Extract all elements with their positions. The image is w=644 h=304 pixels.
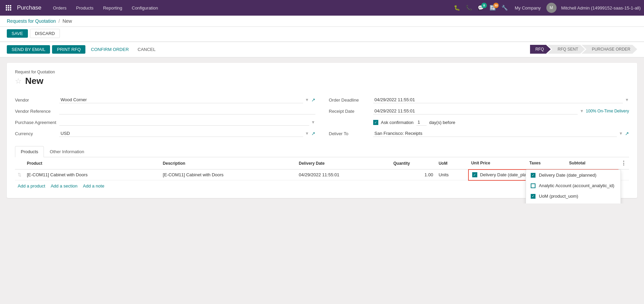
tab-other-information[interactable]: Other Information — [44, 146, 90, 157]
currency-value[interactable]: USD — [59, 130, 303, 137]
company-name: My Company — [515, 5, 541, 11]
row-description[interactable]: [E-COM11] Cabinet with Doors — [160, 169, 296, 180]
refresh-badge: 30 — [493, 3, 499, 8]
confirm-order-button[interactable]: CONFIRM ORDER — [87, 45, 132, 54]
col-quantity-header: Quantity — [391, 157, 436, 169]
status-steps: RFQ RFQ SENT PURCHASE ORDER — [530, 45, 637, 54]
status-rfq[interactable]: RFQ — [530, 45, 551, 54]
col-subtotal-header: Subtotal — [566, 157, 618, 169]
add-section-link[interactable]: Add a section — [51, 183, 78, 189]
row-uom[interactable]: Units — [436, 169, 468, 180]
order-deadline-dropdown-icon[interactable]: ▼ — [625, 97, 629, 102]
currency-link-icon[interactable]: ↗ — [311, 131, 315, 136]
vendor-input[interactable]: Wood Corner — [59, 96, 303, 103]
grid-menu-icon[interactable] — [3, 3, 14, 13]
dropdown-item-delivery-date[interactable]: ✓ Delivery Date (date_planned) — [526, 170, 621, 180]
nav-products[interactable]: Products — [71, 0, 98, 16]
vendor-label: Vendor — [15, 97, 59, 103]
cancel-button[interactable]: CANCEL — [134, 45, 159, 54]
row-delivery-date[interactable]: 04/29/2022 11:55:01 — [296, 169, 391, 180]
fields-right: Order Deadline 04/29/2022 11:55:01 ▼ Rec… — [329, 94, 629, 139]
action-bar: SAVE DISCARD — [0, 27, 644, 42]
ask-confirmation-text: Ask confirmation — [381, 120, 414, 125]
purchase-agreement-input[interactable] — [59, 119, 309, 126]
row-quantity[interactable]: 1.00 — [391, 169, 436, 180]
deliver-to-value[interactable]: San Francisco: Receipts — [373, 130, 617, 137]
status-rfq-sent[interactable]: RFQ SENT — [547, 45, 585, 54]
receipt-date-value[interactable]: 04/29/2022 11:55:01 — [373, 108, 578, 114]
col-menu-header: ⋮ — [618, 157, 629, 169]
row-product[interactable]: [E-COM11] Cabinet with Doors — [24, 169, 160, 180]
chat-badge: 8 — [481, 3, 487, 8]
order-deadline-value[interactable]: 04/29/2022 11:55:01 — [373, 96, 623, 103]
print-rfq-button[interactable]: PRINT RFQ — [52, 45, 85, 54]
col-drag — [15, 157, 24, 169]
svg-rect-3 — [6, 7, 7, 8]
analytic-account-check[interactable] — [531, 183, 535, 188]
dropdown-item-analytic-account[interactable]: Analytic Account (account_analytic_id) — [526, 180, 621, 191]
dropdown-item-taxes[interactable]: ✓ Taxes (taxes_id) — [526, 201, 621, 203]
col-product-header: Product — [24, 157, 160, 169]
bug-icon[interactable]: 🐛 — [452, 3, 462, 12]
sub-header: Requests for Quotation / New — [0, 16, 644, 27]
uom-check[interactable]: ✓ — [531, 194, 535, 199]
ask-confirmation-row: ✓ Ask confirmation day(s) before — [329, 117, 629, 128]
svg-rect-5 — [10, 7, 11, 8]
add-product-link[interactable]: Add a product — [18, 183, 45, 189]
purchase-agreement-label: Purchase Agreement — [15, 120, 59, 125]
breadcrumb-current: New — [63, 18, 72, 24]
svg-rect-0 — [6, 5, 7, 6]
col-unit-price-header: Unit Price — [468, 157, 527, 169]
settings-icon[interactable]: 🔧 — [500, 3, 509, 12]
currency-dropdown-icon[interactable]: ▼ — [305, 131, 309, 136]
nav-reporting[interactable]: Reporting — [98, 0, 127, 16]
dropdown-item-uom[interactable]: ✓ UoM (product_uom) — [526, 191, 621, 201]
deliver-to-row: Deliver To San Francisco: Receipts ▼ ↗ — [329, 128, 629, 139]
tab-products[interactable]: Products — [15, 146, 44, 157]
send-email-button[interactable]: SEND BY EMAIL — [7, 45, 50, 54]
ask-confirmation-days-input[interactable] — [416, 119, 427, 126]
form-fields: Vendor Wood Corner ▼ ↗ Vendor Reference — [15, 94, 629, 139]
nav-configuration[interactable]: Configuration — [127, 0, 163, 16]
delivery-date-checkbox[interactable]: ✓ — [472, 172, 477, 177]
fields-left: Vendor Wood Corner ▼ ↗ Vendor Reference — [15, 94, 315, 139]
form-title-area: ☆ New — [15, 76, 629, 86]
phone-icon[interactable]: 📞 — [464, 3, 474, 12]
svg-rect-8 — [10, 9, 11, 11]
deliver-to-dropdown-icon[interactable]: ▼ — [619, 131, 623, 136]
col-description-header: Description — [160, 157, 296, 169]
save-button[interactable]: SAVE — [7, 29, 28, 38]
add-note-link[interactable]: Add a note — [83, 183, 104, 189]
svg-rect-7 — [8, 9, 9, 11]
column-options-dropdown: ✓ Delivery Date (date_planned) Analytic … — [526, 169, 621, 203]
delivery-date-check[interactable]: ✓ — [531, 173, 535, 178]
discard-button[interactable]: DISCARD — [30, 29, 60, 38]
row-drag-handle[interactable]: ⇅ — [15, 169, 24, 180]
vendor-dropdown-icon[interactable]: ▼ — [305, 97, 309, 102]
status-purchase-order[interactable]: PURCHASE ORDER — [582, 45, 637, 54]
tabs: Products Other Information — [15, 146, 629, 157]
ask-confirmation-checkbox[interactable]: ✓ — [373, 120, 378, 125]
nav-orders[interactable]: Orders — [48, 0, 71, 16]
vendor-ref-row: Vendor Reference — [15, 106, 315, 117]
receipt-date-label: Receipt Date — [329, 109, 373, 114]
svg-rect-2 — [10, 5, 11, 6]
vendor-link-icon[interactable]: ↗ — [311, 97, 315, 103]
column-menu-button[interactable]: ⋮ — [621, 160, 626, 166]
vendor-row: Vendor Wood Corner ▼ ↗ — [15, 94, 315, 106]
top-navigation: Purchase Orders Products Reporting Confi… — [0, 0, 644, 16]
receipt-date-dropdown-icon[interactable]: ▼ — [580, 109, 584, 113]
on-time-delivery-badge: 100% On-Time Delivery — [586, 109, 629, 113]
app-title: Purchase — [17, 4, 42, 11]
deliver-to-link-icon[interactable]: ↗ — [625, 131, 629, 136]
col-delivery-date-header: Delivery Date — [296, 157, 391, 169]
favorite-star-icon[interactable]: ☆ — [15, 77, 22, 86]
vendor-value: Wood Corner ▼ ↗ — [59, 96, 315, 103]
toolbar-bar: SEND BY EMAIL PRINT RFQ CONFIRM ORDER CA… — [0, 42, 644, 57]
breadcrumb-parent[interactable]: Requests for Quotation — [7, 18, 56, 24]
col-uom-header: UoM — [436, 157, 468, 169]
purchase-agreement-dropdown-icon[interactable]: ▼ — [311, 120, 315, 125]
chat-icon[interactable]: 💬 8 — [476, 3, 485, 12]
vendor-ref-input[interactable] — [59, 108, 315, 114]
refresh-icon[interactable]: 🔄 30 — [488, 3, 497, 12]
